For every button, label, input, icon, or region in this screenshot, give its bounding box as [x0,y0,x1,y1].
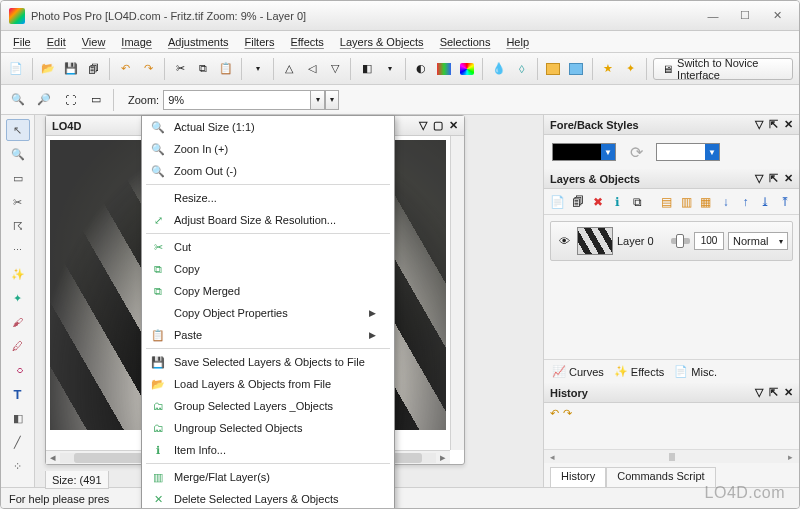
menu-effects[interactable]: Effects [282,34,331,50]
swap-colors-icon[interactable]: ⟳ [624,140,648,164]
dropdown-2[interactable]: ▾ [380,58,399,80]
layer-visibility-icon[interactable]: 👁 [555,235,573,247]
panel-foreback-pin-icon[interactable]: ⇱ [769,118,778,131]
maximize-button[interactable]: ☐ [731,7,759,25]
context-item[interactable]: ⧉Copy Merged [142,280,394,302]
context-item[interactable]: 📋Paste▶ [142,324,394,346]
layer-top-icon[interactable]: ⤒ [777,193,793,211]
layer-row[interactable]: 👁 Layer 0 100 Normal▾ [550,221,793,261]
rotate-icon[interactable]: ▽ [326,58,345,80]
tool-clone[interactable]: 🖊 [6,335,30,357]
doc-close-icon[interactable]: ✕ [449,119,458,132]
tool-transform[interactable]: ⋯ [6,239,30,261]
layer-up-icon[interactable]: ↑ [738,193,754,211]
menu-edit[interactable]: Edit [39,34,74,50]
tool-healing[interactable]: ✦ [6,287,30,309]
layer-align1-icon[interactable]: ▤ [658,193,674,211]
flip-v-icon[interactable]: ◁ [303,58,322,80]
context-item[interactable]: 🔍Zoom Out (-) [142,160,394,182]
menu-adjustments[interactable]: Adjustments [160,34,237,50]
sparkle-icon[interactable]: ✦ [621,58,640,80]
context-item[interactable]: 💾Save Selected Layers & Objects to File [142,351,394,373]
open-button[interactable]: 📂 [39,58,58,80]
menu-file[interactable]: File [5,34,39,50]
sharpen-icon[interactable]: ◊ [512,58,531,80]
layer-props-icon[interactable]: ℹ [609,193,625,211]
layer-delete-icon[interactable]: ✖ [590,193,606,211]
layer-blend-select[interactable]: Normal▾ [728,232,788,250]
context-item[interactable]: ⧉Copy [142,258,394,280]
zoom-combo[interactable] [163,90,311,110]
tab-curves[interactable]: 📈 Curves [552,365,604,378]
menu-help[interactable]: Help [498,34,537,50]
tool-eyedrop[interactable]: ⁘ [6,455,30,477]
menu-image[interactable]: Image [113,34,160,50]
blur-icon[interactable]: 💧 [489,58,508,80]
redo-button[interactable]: ↷ [139,58,158,80]
save-button[interactable]: 💾 [62,58,81,80]
tool-select-rect[interactable]: ▭ [6,167,30,189]
contrast-icon[interactable]: ◐ [412,58,431,80]
switch-novice-button[interactable]: 🖥 Switch to Novice Interface [653,58,793,80]
paste-button[interactable]: 📋 [216,58,235,80]
doc-max-icon[interactable]: ▢ [433,119,443,132]
palette-icon[interactable] [435,58,454,80]
context-item[interactable]: 🔍Actual Size (1:1) [142,116,394,138]
zoom-dropdown-extra[interactable]: ▾ [325,90,339,110]
layer-clip-icon[interactable]: ⧉ [629,193,645,211]
layer-new-icon[interactable]: 📄 [550,193,566,211]
zoom-out-icon[interactable]: 🔎 [33,89,55,111]
context-item[interactable]: 🗂Ungroup Selected Objects [142,417,394,439]
minimize-button[interactable]: — [699,7,727,25]
tool-crop[interactable]: ✂ [6,191,30,213]
panel-layers-menu-icon[interactable]: ▽ [755,172,763,185]
panel-history-pin-icon[interactable]: ⇱ [769,386,778,399]
context-item[interactable]: ⤢Adjust Board Size & Resolution... [142,209,394,231]
tool-shape[interactable]: ဝ [6,359,30,381]
levels-icon[interactable]: ◧ [357,58,376,80]
layer-opacity-slider[interactable] [671,238,690,244]
context-item[interactable]: ▥Merge/Flat Layer(s) [142,466,394,488]
foreground-swatch[interactable]: ▼ [552,143,616,161]
close-button[interactable]: ✕ [763,7,791,25]
menu-selections[interactable]: Selections [432,34,499,50]
panel-foreback-close-icon[interactable]: ✕ [784,118,793,131]
layer-align3-icon[interactable]: ▦ [698,193,714,211]
layer-down-icon[interactable]: ↓ [718,193,734,211]
history-undo-icon[interactable]: ↶ [550,407,559,420]
context-item[interactable]: 🗂Group Selected Layers _Objects [142,395,394,417]
tab-misc[interactable]: 📄 Misc. [674,365,717,378]
layer-align2-icon[interactable]: ▥ [678,193,694,211]
cut-button[interactable]: ✂ [171,58,190,80]
panel-layers-close-icon[interactable]: ✕ [784,172,793,185]
history-scroll[interactable]: ◂ ▸ [544,449,799,463]
tool-text[interactable]: T [6,383,30,405]
context-item[interactable]: 🔍Zoon In (+) [142,138,394,160]
tab-commands-script[interactable]: Commands Script [606,467,715,487]
picture-icon[interactable] [544,58,563,80]
tool-brush[interactable]: 🖌 [6,311,30,333]
context-item[interactable]: Resize... [142,187,394,209]
context-item[interactable]: ✂Cut [142,236,394,258]
frames-icon[interactable] [567,58,586,80]
actual-size-icon[interactable]: ▭ [85,89,107,111]
menu-layers-objects[interactable]: Layers & Objects [332,34,432,50]
tool-line[interactable]: ╱ [6,431,30,453]
copy-button[interactable]: ⧉ [194,58,213,80]
tool-move[interactable]: ↖ [6,119,30,141]
zoom-in-icon[interactable]: 🔍 [7,89,29,111]
context-item[interactable]: Copy Object Properties▶ [142,302,394,324]
menu-view[interactable]: View [74,34,114,50]
save-copy-button[interactable]: 🗐 [84,58,103,80]
tab-effects[interactable]: ✨ Effects [614,365,664,378]
context-item[interactable]: ✕Delete Selected Layers & Objects [142,488,394,509]
flip-h-icon[interactable]: △ [280,58,299,80]
tool-lasso[interactable]: ☈ [6,215,30,237]
tab-history[interactable]: History [550,467,606,487]
menu-filters[interactable]: Filters [236,34,282,50]
zoom-dropdown[interactable]: ▾ [311,90,325,110]
undo-button[interactable]: ↶ [116,58,135,80]
panel-history-menu-icon[interactable]: ▽ [755,386,763,399]
doc-min-icon[interactable]: ▽ [419,119,427,132]
fit-screen-icon[interactable]: ⛶ [59,89,81,111]
